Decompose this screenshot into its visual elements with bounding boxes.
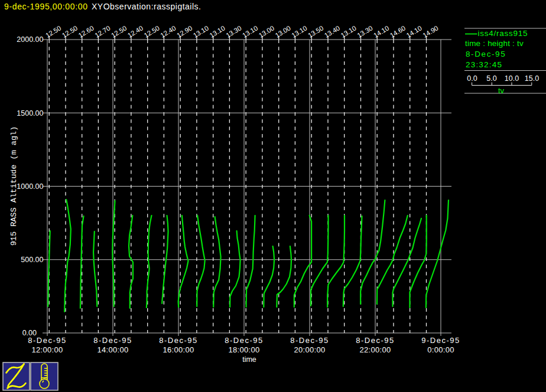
svg-text:iss4/rass915: iss4/rass915: [478, 29, 528, 38]
svg-text:XYObservation:rasspigtails.: XYObservation:rasspigtails.: [92, 2, 201, 11]
svg-text:500.00: 500.00: [21, 256, 43, 264]
svg-text:1500.00: 1500.00: [17, 109, 43, 117]
svg-text:15.0: 15.0: [525, 74, 539, 83]
svg-text:0:00:00: 0:00:00: [427, 345, 454, 354]
svg-text:tv: tv: [498, 86, 505, 95]
svg-text:8-Dec-95: 8-Dec-95: [93, 336, 132, 345]
svg-text:22:00:00: 22:00:00: [359, 345, 391, 354]
svg-text:8-Dec-95: 8-Dec-95: [290, 336, 329, 345]
svg-text:5.0: 5.0: [486, 74, 496, 83]
svg-text:8-Dec-95: 8-Dec-95: [28, 336, 66, 345]
svg-text:23:32:45: 23:32:45: [466, 60, 502, 69]
svg-text:2000.00: 2000.00: [17, 35, 43, 44]
svg-text:18:00:00: 18:00:00: [228, 345, 259, 354]
svg-text:12:00:00: 12:00:00: [31, 345, 63, 354]
svg-text:8-Dec-95: 8-Dec-95: [466, 50, 506, 58]
svg-text:10.0: 10.0: [505, 74, 519, 83]
svg-text:time: time: [242, 355, 256, 364]
svg-text:8-Dec-95: 8-Dec-95: [225, 336, 263, 345]
svg-text:0.0: 0.0: [467, 74, 477, 83]
svg-text:9-Dec-95: 9-Dec-95: [421, 336, 460, 345]
svg-text:16:00:00: 16:00:00: [162, 345, 194, 354]
svg-text:8-Dec-95: 8-Dec-95: [356, 336, 394, 345]
svg-text:20:00:00: 20:00:00: [294, 345, 325, 354]
svg-text:9-dec-1995,00:00:00: 9-dec-1995,00:00:00: [4, 2, 88, 11]
svg-text:14:00:00: 14:00:00: [97, 345, 128, 354]
svg-text:time : height : tv: time : height : tv: [465, 39, 524, 48]
svg-text:8-Dec-95: 8-Dec-95: [159, 336, 197, 345]
svg-text:1000.00: 1000.00: [17, 182, 43, 191]
